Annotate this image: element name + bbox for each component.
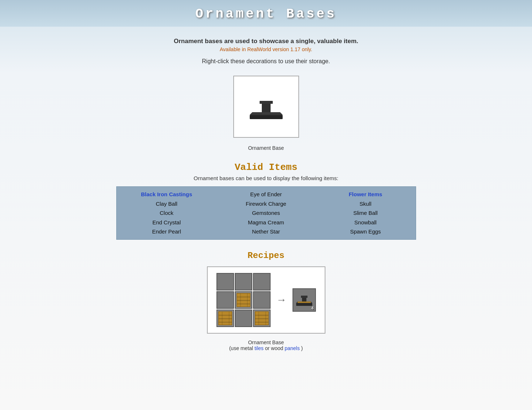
ornament-result-icon — [295, 293, 313, 307]
svg-rect-24 — [258, 311, 259, 325]
item-name: Ender Pearl — [125, 227, 209, 236]
svg-rect-31 — [301, 296, 307, 298]
item-name: Snowball — [324, 218, 408, 227]
svg-rect-34 — [298, 302, 311, 303]
version-note: Available in RealWorld version 1.17 only… — [116, 46, 416, 52]
item-name: Gemstones — [224, 208, 308, 218]
items-row: Black Iron CastingsClay BallClockEnd Cry… — [117, 187, 415, 239]
recipe-box: → 4 — [207, 266, 325, 334]
item-name: Eye of Ender — [224, 190, 308, 199]
svg-rect-21 — [255, 315, 269, 315]
item-name: Firework Charge — [224, 199, 308, 209]
grid-cell-3-1 — [216, 310, 234, 327]
item-name: Clay Ball — [125, 199, 209, 209]
valid-items-title: Valid Items — [116, 162, 416, 173]
svg-rect-17 — [222, 311, 222, 325]
ornament-image-box — [233, 76, 299, 138]
crafting-grid — [216, 273, 271, 327]
svg-marker-5 — [250, 116, 283, 119]
svg-rect-22 — [255, 318, 269, 319]
svg-rect-18 — [229, 311, 229, 325]
page-title: Ornament Bases — [0, 0, 532, 27]
item-name[interactable]: Flower Items — [324, 190, 408, 199]
item-name: Magma Cream — [224, 218, 308, 227]
recipe-result-cell: 4 — [293, 288, 316, 312]
svg-rect-27 — [296, 303, 312, 306]
items-column-0: Black Iron CastingsClay BallClockEnd Cry… — [117, 187, 216, 239]
tiles-link[interactable]: tiles — [254, 345, 264, 351]
svg-rect-2 — [262, 104, 271, 112]
item-name: Clock — [125, 208, 209, 218]
svg-rect-14 — [218, 315, 232, 315]
recipe-arrow: → — [276, 294, 287, 306]
main-description: Ornament bases are used to showcase a si… — [116, 38, 416, 45]
grid-cell-1-3 — [253, 273, 271, 291]
panels-link[interactable]: panels — [284, 345, 299, 351]
wood-plank-icon — [237, 293, 250, 307]
grid-cell-2-3 — [253, 291, 271, 309]
svg-rect-23 — [255, 322, 269, 322]
item-name: End Crystal — [125, 218, 209, 227]
item-name: Spawn Eggs — [324, 227, 408, 236]
svg-marker-1 — [250, 112, 283, 115]
grid-cell-3-2 — [235, 310, 252, 327]
svg-rect-29 — [302, 298, 306, 301]
svg-rect-25 — [265, 311, 266, 325]
svg-rect-10 — [240, 293, 241, 307]
svg-rect-33 — [298, 301, 311, 302]
svg-rect-7 — [237, 296, 250, 297]
svg-rect-11 — [247, 293, 248, 307]
grid-cell-1-2 — [235, 273, 252, 291]
svg-rect-9 — [237, 303, 250, 304]
item-name[interactable]: Black Iron Castings — [125, 190, 209, 199]
grid-cell-2-2 — [235, 291, 252, 309]
item-name: Nether Star — [224, 227, 308, 236]
wood-plank-icon-2 — [218, 311, 232, 325]
right-click-note: Right-click these decorations to use the… — [116, 58, 416, 65]
ornament-label: Ornament Base — [116, 145, 416, 151]
grid-cell-1-1 — [216, 273, 234, 291]
result-count: 4 — [311, 306, 313, 310]
ornament-image-wrapper — [116, 76, 416, 142]
wood-plank-icon-3 — [255, 311, 269, 325]
items-column-2: Flower ItemsSkullSlime BallSnowballSpawn… — [316, 187, 415, 239]
svg-rect-4 — [260, 101, 273, 104]
svg-rect-16 — [218, 322, 232, 322]
ornament-base-icon — [244, 84, 288, 128]
grid-cell-2-1 — [216, 291, 234, 309]
item-name: Slime Ball — [324, 208, 408, 218]
recipe-caption: Ornament Base (use metal tiles or wood p… — [116, 339, 416, 351]
recipe-area: → 4 — [116, 266, 416, 337]
svg-rect-15 — [218, 318, 232, 319]
grid-cell-3-3 — [253, 310, 271, 327]
svg-rect-8 — [237, 300, 250, 301]
valid-items-table: Black Iron CastingsClay BallClockEnd Cry… — [116, 186, 416, 240]
item-name: Skull — [324, 199, 408, 209]
valid-items-description: Ornament bases can be used to display th… — [116, 175, 416, 181]
items-column-1: Eye of EnderFirework ChargeGemstonesMagm… — [217, 187, 316, 239]
recipes-title: Recipes — [116, 251, 416, 261]
